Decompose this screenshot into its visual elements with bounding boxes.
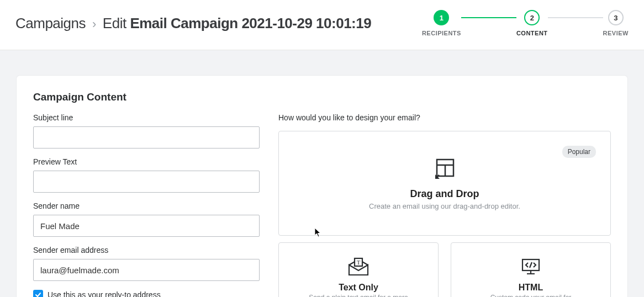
option-html[interactable]: HTML Custom code your email for [451,242,611,297]
option-drag-and-drop[interactable]: Popular Drag and Drop Create an email us… [278,131,611,236]
preview-text-input[interactable] [33,171,260,193]
subject-line-label: Subject line [33,113,260,122]
code-monitor-icon [519,257,542,277]
replyto-checkbox-row[interactable]: Use this as your reply-to address [33,290,260,297]
step-label: CONTENT [516,30,548,36]
progress-stepper: 1 RECIPIENTS 2 CONTENT 3 REVIEW [422,10,629,36]
chevron-right-icon: › [92,17,96,31]
sender-email-input[interactable] [33,259,260,281]
step-number: 2 [524,10,540,25]
page-header: Campaigns › Edit Email Campaign 2021-10-… [0,0,644,50]
popular-badge: Popular [562,146,596,158]
step-number: 3 [608,10,624,25]
svg-text:T: T [357,259,361,266]
campaign-name: Email Campaign 2021-10-29 10:01:19 [130,15,371,31]
breadcrumb-root[interactable]: Campaigns [15,15,86,32]
step-number: 1 [434,10,449,25]
envelope-text-icon: T [347,257,370,277]
step-content[interactable]: 2 CONTENT [516,10,548,36]
sender-name-input[interactable] [33,215,260,237]
option-title: Drag and Drop [410,188,479,200]
step-label: RECIPIENTS [422,30,461,36]
option-title: Text Only [339,283,378,293]
form-column: Subject line Preview Text Sender name Se… [33,113,260,297]
replyto-checkbox-label: Use this as your reply-to address [47,290,161,297]
sender-email-label: Sender email address [33,246,260,254]
subject-line-input[interactable] [33,126,260,148]
step-connector [461,17,516,18]
option-title: HTML [519,283,543,293]
page-body: Campaign Content Subject line Preview Te… [0,50,644,297]
step-review[interactable]: 3 REVIEW [603,10,629,36]
option-desc: Custom code your email for [490,294,572,297]
layout-builder-icon [431,156,458,183]
checkmark-icon[interactable] [33,290,43,297]
breadcrumb-edit-word: Edit [103,15,126,31]
preview-text-label: Preview Text [33,157,260,166]
step-recipients[interactable]: 1 RECIPIENTS [422,10,461,36]
step-connector [548,17,603,18]
option-desc: Send a plain text email for a more [309,294,408,297]
sender-name-label: Sender name [33,201,260,210]
breadcrumb: Campaigns › Edit Email Campaign 2021-10-… [15,15,371,32]
design-options-column: How would you like to design your email?… [278,113,611,297]
content-card: Campaign Content Subject line Preview Te… [17,76,627,297]
option-desc: Create an email using our drag-and-drop … [369,202,520,210]
card-title: Campaign Content [33,91,611,103]
design-question: How would you like to design your email? [278,113,611,122]
option-text-only[interactable]: T Text Only Send a plain text email for … [278,242,439,297]
svg-line-8 [530,262,532,268]
step-label: REVIEW [603,30,629,36]
